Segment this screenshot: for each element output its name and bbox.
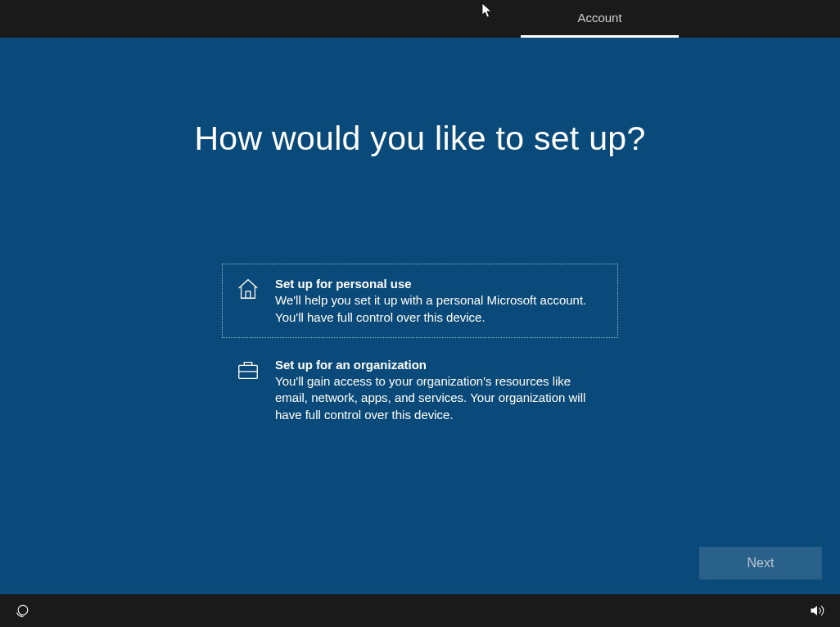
next-button[interactable]: Next (699, 547, 822, 580)
main-region: How would you like to set up? Set up for… (0, 38, 840, 594)
option-organization[interactable]: Set up for an organization You'll gain a… (222, 345, 618, 435)
option-organization-title: Set up for an organization (275, 357, 604, 373)
option-personal-use[interactable]: Set up for personal use We'll help you s… (222, 264, 618, 338)
page-title: How would you like to set up? (0, 120, 840, 158)
setup-options: Set up for personal use We'll help you s… (222, 264, 618, 435)
option-organization-desc: You'll gain access to your organization'… (275, 373, 604, 423)
option-personal-text: Set up for personal use We'll help you s… (275, 276, 604, 326)
next-button-label: Next (747, 556, 775, 571)
briefcase-icon (236, 357, 264, 423)
option-organization-text: Set up for an organization You'll gain a… (275, 357, 604, 423)
option-personal-desc: We'll help you set it up with a personal… (275, 292, 604, 326)
bottom-bar (0, 594, 840, 627)
tab-account-label: Account (577, 11, 621, 25)
bottom-bar-left (15, 602, 31, 619)
top-bar-spacer (0, 0, 521, 38)
volume-icon[interactable] (809, 602, 825, 619)
svg-point-1 (18, 605, 28, 615)
tab-account[interactable]: Account (521, 0, 679, 38)
bottom-bar-right (809, 602, 825, 619)
option-personal-title: Set up for personal use (275, 276, 604, 292)
ease-of-access-icon[interactable] (15, 602, 31, 619)
home-icon (236, 276, 264, 326)
top-bar: Account (0, 0, 840, 38)
